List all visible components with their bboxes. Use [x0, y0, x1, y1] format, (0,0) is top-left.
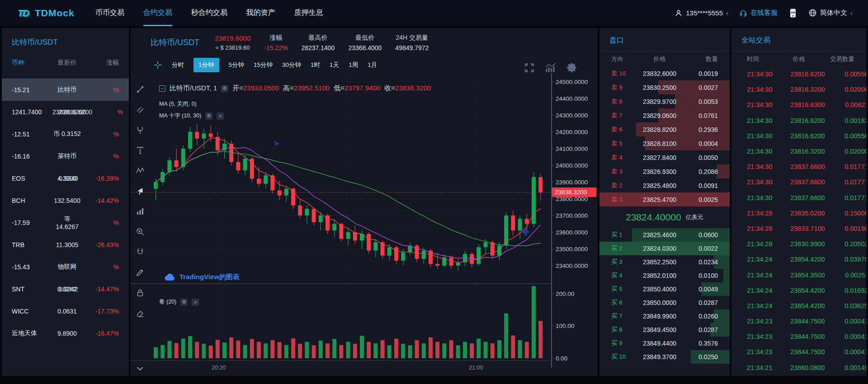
orderbook-buy-row[interactable]: 买 423852.01000.0100: [599, 269, 730, 282]
watchlist-row[interactable]: BCH132.5400-14.42%: [2, 189, 129, 211]
coin-cell: -15.43: [12, 263, 52, 271]
stat-涨幅: 涨幅-15.22%: [264, 34, 288, 52]
trade-row: 21:34:3023816.32000.020000: [731, 144, 866, 159]
interval-5分钟[interactable]: 5分钟: [229, 61, 245, 69]
app-icon: APP: [788, 8, 797, 18]
orderbook-buy-row[interactable]: 买 823849.45000.0287: [599, 323, 730, 337]
app-download[interactable]: APP: [788, 8, 797, 18]
interval-1时[interactable]: 1时: [311, 61, 320, 69]
price-cell: 4.39000.9240: [52, 175, 82, 182]
chart-style-icon[interactable]: [544, 62, 557, 74]
orderbook-sell-row[interactable]: 卖 423827.84000.0050: [599, 150, 730, 164]
orderbook-buy-row[interactable]: 买 123825.46000.0600: [599, 228, 730, 242]
orderbook-sell-row[interactable]: 卖 723829.06000.0761: [599, 108, 730, 122]
watchlist-row[interactable]: WICC0.0631-17.73%: [2, 300, 129, 322]
watchlist-row[interactable]: -16.16莱特币%: [2, 145, 129, 167]
ma-gear-icon[interactable]: ⚙: [205, 112, 212, 120]
price-cell: 23824.0300: [643, 245, 676, 252]
stat-24H 交易量: 24H 交易量49849.7972: [395, 34, 429, 52]
watchlist-row[interactable]: EOS4.39000.9240-16.28%: [2, 167, 129, 189]
svg-text:0.00: 0.00: [556, 355, 567, 362]
logo[interactable]: TD TDMock: [15, 5, 75, 21]
svg-text:23500.0000: 23500.0000: [556, 246, 588, 253]
qty-cell: 0.0053: [676, 98, 718, 105]
orderbook-sell-row[interactable]: 卖 523828.81000.0004: [599, 136, 730, 150]
qty-cell: 0.3576: [676, 340, 718, 347]
watchlist-row[interactable]: -12.51币 0.3152%: [2, 123, 129, 145]
watchlist-row[interactable]: -15.21比特币%: [2, 79, 129, 101]
col-trade-price: 价格: [790, 55, 807, 63]
orderbook-buy-row[interactable]: 买 323852.25000.0234: [599, 255, 730, 269]
online-support[interactable]: 在线客服: [739, 9, 778, 17]
volume-close-icon[interactable]: ×: [192, 299, 199, 306]
watchlist-row[interactable]: 1241.740023828.620023818.6200%: [2, 101, 129, 123]
settings-gear-icon[interactable]: [566, 61, 578, 74]
col-direction: 方向: [611, 55, 643, 63]
side-cell: 卖 10: [611, 70, 643, 78]
trade-qty: 0.005504: [825, 132, 866, 140]
legend-gear-icon[interactable]: ⚙: [221, 85, 228, 92]
interval-1天[interactable]: 1天: [330, 61, 339, 69]
fullscreen-icon[interactable]: [524, 62, 535, 74]
change-cell: %: [82, 263, 119, 271]
tradingview-cloud-icon: [164, 273, 176, 281]
language-selector[interactable]: 简体中文 ‹: [808, 9, 853, 17]
stat-label: 涨幅: [264, 34, 288, 42]
crosshair-icon[interactable]: [153, 61, 162, 70]
orderbook-buy-row[interactable]: 买 1023849.37000.0250: [599, 350, 730, 364]
qty-cell: 0.0027: [676, 84, 718, 91]
side-cell: 卖 4: [611, 154, 643, 162]
legend-collapse-icon[interactable]: −: [159, 85, 165, 92]
price-cell: 23852.2500: [643, 258, 676, 266]
user-account[interactable]: 135****5555 ‹: [675, 9, 728, 17]
nav-item-我的资产[interactable]: 我的资产: [246, 0, 275, 26]
trade-row: 21:34:3023816.62000.005504: [731, 66, 866, 82]
orderbook-buy-row[interactable]: 买 623850.00000.0287: [599, 296, 730, 309]
orderbook-sell-row[interactable]: 卖 923830.25000.0027: [599, 80, 730, 94]
trades-rows: 21:34:3023816.62000.00550421:34:3023816.…: [731, 66, 866, 375]
nav-item-合约交易[interactable]: 合约交易: [143, 0, 172, 26]
orderbook-buy-row[interactable]: 买 723849.99000.0260: [599, 309, 730, 323]
interval-30分钟[interactable]: 30分钟: [282, 61, 301, 69]
orderbook-sell-row[interactable]: 卖 123825.47000.0025: [599, 192, 730, 206]
nav-item-币币交易[interactable]: 币币交易: [95, 0, 124, 26]
trade-row: 21:34:2323844.75000.000419: [731, 314, 866, 329]
interval-15分钟[interactable]: 15分钟: [254, 61, 273, 69]
interval-1月[interactable]: 1月: [368, 61, 377, 69]
watchlist-row[interactable]: SNT0.02420.0342-14.47%: [2, 278, 129, 300]
watchlist-row[interactable]: -15.43物联网%: [2, 256, 129, 278]
price-cell: 23825.4700: [643, 196, 676, 203]
trade-time: 21:34:30: [747, 148, 790, 155]
orderbook-sell-row[interactable]: 卖 323826.93000.2088: [599, 164, 730, 178]
side-cell: 买 1: [611, 231, 643, 239]
trade-time: 21:34:30: [747, 163, 790, 170]
svg-text:21:00: 21:00: [469, 365, 483, 371]
orderbook-sell-row[interactable]: 卖 223825.48000.0091: [599, 178, 730, 192]
user-phone: 135****5555: [686, 9, 723, 17]
orderbook-sell-row[interactable]: 卖 623828.82000.2936: [599, 122, 730, 136]
ohlc-legend: − 比特币/USDT, 1 ⚙ 开=23933.0500 高=23952.510…: [159, 84, 431, 93]
interval-1周[interactable]: 1周: [349, 61, 358, 69]
orderbook-buy-row[interactable]: 买 523850.40000.0049: [599, 282, 730, 296]
orderbook-sell-row[interactable]: 卖 823829.97000.0053: [599, 94, 730, 108]
orderbook-buy-row[interactable]: 买 923849.44000.3576: [599, 337, 730, 350]
price-cell: 23849.4400: [643, 340, 676, 347]
chart-symbol: 比特币/USDT: [151, 37, 199, 48]
orderbook-sell-row[interactable]: 卖 1023832.60000.0019: [599, 66, 730, 80]
volume-gear-icon[interactable]: ⚙: [180, 299, 188, 306]
trade-row: 21:34:2823835.02000.150000: [731, 206, 866, 221]
coin-cell: -16.16: [12, 153, 52, 160]
nav-item-质押生息[interactable]: 质押生息: [294, 0, 323, 26]
watchlist-row[interactable]: TRB11.3005-26.43%: [2, 234, 129, 256]
interval-1分钟[interactable]: 1分钟: [193, 58, 219, 72]
watchlist-row[interactable]: 近地天体9.8900-16.47%: [2, 322, 129, 344]
interval-分时[interactable]: 分时: [172, 61, 184, 69]
watchlist-row[interactable]: -17.59等 14.6267%: [2, 211, 129, 234]
nav-item-秒合约交易[interactable]: 秒合约交易: [191, 0, 227, 26]
price-cell: 23850.0000: [643, 299, 676, 306]
qty-cell: 0.0287: [676, 299, 718, 306]
col-price: 价格: [643, 55, 676, 63]
col-time: 时间: [747, 55, 790, 63]
ma-close-icon[interactable]: ×: [217, 112, 224, 120]
orderbook-buy-row[interactable]: 买 223824.03000.0022: [599, 242, 730, 255]
